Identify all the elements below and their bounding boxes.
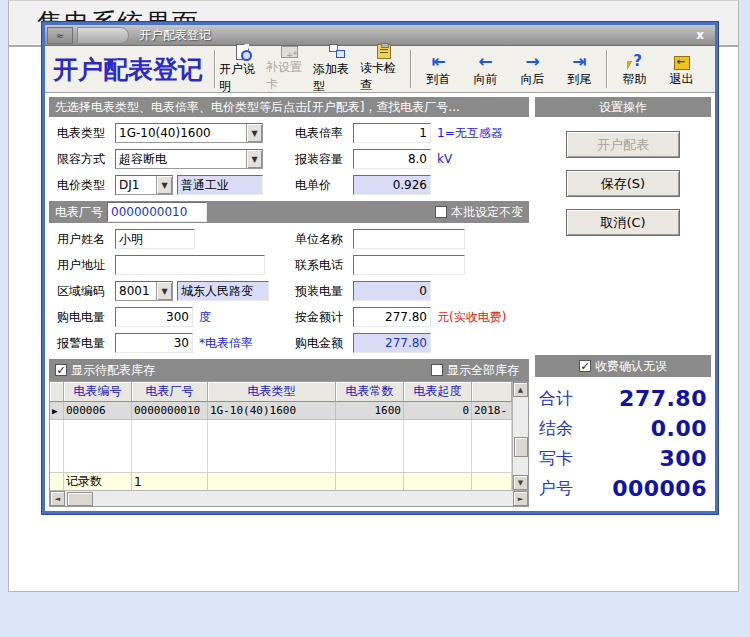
alarm-qty-input[interactable]: 30 [115, 333, 193, 353]
factory-no-label: 电表厂号 [55, 204, 103, 221]
toolbar: 开户配表登记 开户说明 补设置卡 添加表型 读卡检查 ⇤ 到首 [45, 46, 715, 93]
fee-confirm-label: 收费确认无误 [595, 358, 667, 375]
read-card-check-button[interactable]: 读卡检查 [360, 48, 407, 90]
unit-price-field: 0.926 [353, 175, 431, 195]
phone-label: 联系电话 [295, 257, 353, 274]
ops-header: 设置操作 [535, 97, 711, 117]
purchase-qty-input[interactable]: 300 [115, 307, 193, 327]
show-all-checkbox[interactable] [431, 364, 443, 376]
vertical-scroll-thumb[interactable] [514, 437, 528, 457]
setup-card-button: 补设置卡 [266, 48, 313, 90]
unit-price-label: 电单价 [295, 177, 353, 194]
window-content: 先选择电表类型、电表倍率、电价类型等后点击[开户配表]，查找电表厂号... 电表… [45, 93, 715, 511]
window-title: 开户配表登记 [139, 27, 689, 44]
account-no-label: 户号 [539, 477, 573, 500]
capacity-input[interactable]: 8.0 [353, 149, 431, 169]
by-amount-input[interactable]: 277.80 [353, 307, 431, 327]
batch-fixed-checkbox[interactable] [435, 206, 447, 218]
price-type-dropdown[interactable]: DJ1 ▼ [115, 175, 173, 195]
left-panel: 先选择电表类型、电表倍率、电价类型等后点击[开户配表]，查找电表厂号... 电表… [49, 97, 529, 507]
show-pending-label: 显示待配表库存 [71, 362, 155, 379]
price-type-desc: 普通工业 [177, 175, 263, 195]
price-type-label: 电价类型 [57, 177, 115, 194]
exit-button[interactable]: 退出 [658, 48, 705, 90]
limit-mode-label: 限容方式 [57, 151, 115, 168]
stock-table: 电表编号 电表厂号 电表类型 电表常数 电表起度 ▶ 000006 000000… [49, 381, 529, 507]
alarm-qty-note: *电表倍率 [199, 335, 253, 352]
customer-form: 用户姓名 小明 单位名称 用户地址 [49, 223, 529, 359]
go-next-button[interactable]: → 向后 [509, 48, 556, 90]
chevron-down-icon[interactable]: ▼ [246, 124, 262, 142]
limit-mode-dropdown[interactable]: 超容断电 ▼ [115, 149, 263, 169]
vertical-scrollbar[interactable]: ▲ ▼ [512, 382, 528, 490]
current-row-marker: ▶ [50, 402, 64, 420]
stock-table-header: 电表编号 电表厂号 电表类型 电表常数 电表起度 [50, 382, 512, 402]
scroll-left-icon[interactable]: ◄ [50, 491, 65, 506]
toolbar-separator [214, 50, 216, 88]
assign-meter-button: 开户配表 [566, 131, 680, 158]
org-name-input[interactable] [353, 229, 465, 249]
factory-no-input[interactable]: 0000000010 [107, 202, 207, 222]
total-label: 合计 [539, 387, 573, 410]
titlebar-decoration [77, 27, 129, 44]
meter-setup-form: 电表类型 1G-10(40)1600 ▼ 电表倍率 1 1=无互感器 [49, 117, 529, 201]
go-first-button[interactable]: ⇤ 到首 [415, 48, 462, 90]
write-card-label: 写卡 [539, 447, 573, 470]
page-card: 售电系统界面 ≈ 开户配表登记 x 开户配表登记 开户说明 补设置卡 添加表型 [8, 0, 739, 592]
phone-input[interactable] [353, 255, 465, 275]
fee-confirm-checkbox[interactable]: ✓ [579, 360, 591, 372]
multiplier-input[interactable]: 1 [353, 123, 431, 143]
add-meter-type-button[interactable]: 添加表型 [313, 48, 360, 90]
total-value: 277.80 [619, 386, 707, 411]
user-addr-input[interactable] [115, 255, 265, 275]
help-icon: ? [627, 51, 642, 70]
user-name-label: 用户姓名 [57, 231, 115, 248]
purchase-qty-label: 购电电量 [57, 309, 115, 326]
go-previous-button[interactable]: ← 向前 [462, 48, 509, 90]
region-label: 区域编码 [57, 283, 115, 300]
alarm-qty-label: 报警电量 [57, 335, 115, 352]
save-button[interactable]: 保存(S) [566, 170, 680, 197]
scroll-right-icon[interactable]: ► [513, 491, 528, 506]
chevron-down-icon[interactable]: ▼ [156, 282, 172, 300]
table-row[interactable]: ▶ 000006 0000000010 1G-10(40)1600 1600 0… [50, 402, 512, 420]
multiplier-note: 1=无互感器 [437, 125, 503, 142]
scroll-down-icon[interactable]: ▼ [513, 475, 528, 490]
capacity-unit: kV [437, 152, 452, 166]
arrow-left-icon: ← [478, 51, 492, 70]
confirm-band: ✓ 收费确认无误 [535, 355, 711, 377]
by-amount-label: 按金额计 [295, 309, 353, 326]
add-meter-type-icon [329, 44, 345, 60]
open-help-doc-button[interactable]: 开户说明 [219, 48, 266, 90]
table-footer-row: 记录数 1 [50, 472, 512, 490]
ops-buttons: 开户配表 保存(S) 取消(C) [535, 117, 711, 355]
region-dropdown[interactable]: 8001 ▼ [115, 281, 173, 301]
toolbar-app-title: 开户配表登记 [53, 53, 203, 86]
close-button[interactable]: x [689, 28, 711, 42]
arrow-right-icon: → [525, 51, 539, 70]
cancel-button[interactable]: 取消(C) [566, 209, 680, 236]
user-name-input[interactable]: 小明 [115, 229, 195, 249]
account-no-value: 000006 [612, 476, 707, 501]
summary-totals: 合计 277.80 结余 0.00 写卡 300 户号 000006 [535, 377, 711, 507]
app-window: ≈ 开户配表登记 x 开户配表登记 开户说明 补设置卡 添加表型 读卡 [42, 22, 718, 514]
scroll-up-icon[interactable]: ▲ [513, 382, 528, 397]
write-card-value: 300 [660, 446, 707, 471]
balance-value: 0.00 [651, 416, 707, 441]
show-pending-checkbox[interactable]: ✓ [55, 364, 67, 376]
go-last-button[interactable]: ⇥ 到尾 [556, 48, 603, 90]
factory-no-band: 电表厂号 0000000010 本批设定不变 [49, 201, 529, 223]
capacity-label: 报装容量 [295, 151, 353, 168]
horizontal-scroll-thumb[interactable] [67, 492, 93, 506]
chevron-down-icon[interactable]: ▼ [156, 176, 172, 194]
help-button[interactable]: ? 帮助 [611, 48, 658, 90]
toolbar-separator [606, 50, 608, 88]
instruction-bar: 先选择电表类型、电表倍率、电价类型等后点击[开户配表]，查找电表厂号... [49, 97, 529, 117]
chevron-down-icon[interactable]: ▼ [246, 150, 262, 168]
meter-type-dropdown[interactable]: 1G-10(40)1600 ▼ [115, 123, 263, 143]
by-amount-note: 元(实收电费) [437, 309, 506, 326]
horizontal-scrollbar[interactable]: ◄ ► [50, 490, 528, 506]
arrow-first-icon: ⇤ [431, 51, 445, 70]
record-count-value: 1 [132, 472, 208, 490]
balance-label: 结余 [539, 417, 573, 440]
